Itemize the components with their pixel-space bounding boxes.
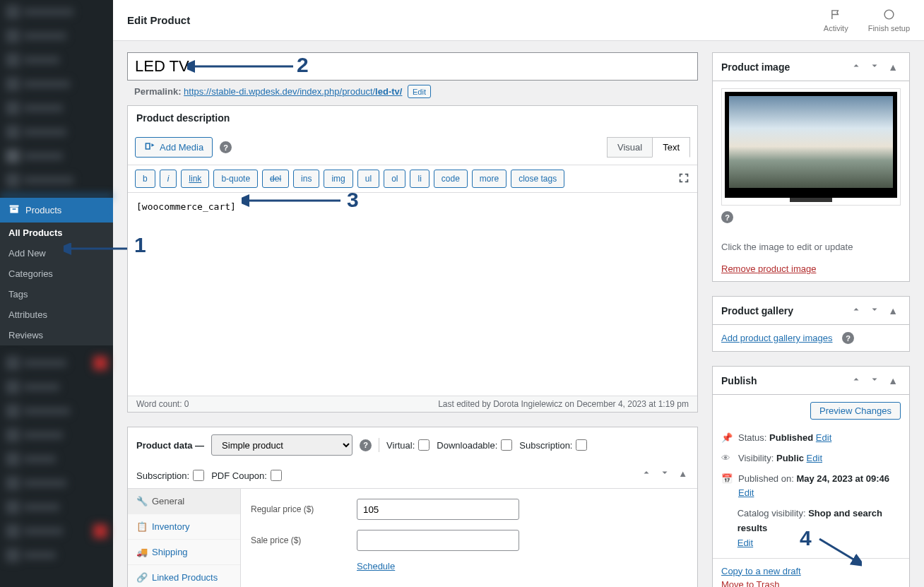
toolbar-activity[interactable]: Activity (824, 8, 848, 32)
qt-ins[interactable]: ins (293, 170, 319, 188)
qt-ol[interactable]: ol (384, 170, 405, 188)
chevron-up-icon[interactable] (848, 303, 864, 318)
status-edit-link[interactable]: Edit (816, 432, 831, 443)
qt-close[interactable]: close tags (511, 170, 564, 188)
arrow-4 (816, 535, 862, 567)
link-icon: 🔗 (136, 572, 146, 583)
published-edit-link[interactable]: Edit (738, 487, 754, 498)
pd-tab-shipping[interactable]: 🚚Shipping (128, 540, 240, 565)
triangle-up-icon[interactable]: ▲ (885, 304, 901, 318)
qt-more[interactable]: more (472, 170, 507, 188)
word-count: Word count: 0 (136, 399, 189, 409)
fullscreen-icon[interactable] (677, 172, 690, 186)
menu-item-products[interactable]: Products (0, 198, 113, 223)
downloadable-checkbox[interactable] (501, 439, 512, 451)
triangle-up-icon[interactable]: ▲ (885, 60, 901, 74)
submenu-tags[interactable]: Tags (0, 284, 113, 304)
annotation-4: 4 (800, 526, 812, 550)
triangle-up-icon[interactable]: ▲ (885, 374, 901, 388)
admin-sidebar: Products All Products Add New Categories… (0, 0, 113, 587)
qt-del[interactable]: del (262, 170, 289, 188)
catalog-edit-link[interactable]: Edit (738, 538, 753, 548)
qt-i[interactable]: i (160, 170, 177, 188)
product-data-title: Product data — (136, 440, 204, 451)
subscription-checkbox[interactable] (576, 439, 587, 451)
permalink-edit-button[interactable]: Edit (408, 85, 431, 98)
add-media-button[interactable]: Add Media (135, 137, 213, 158)
help-icon[interactable]: ? (721, 211, 733, 223)
flag-icon (824, 8, 848, 24)
arrow-1 (64, 243, 131, 257)
qt-ul[interactable]: ul (357, 170, 379, 188)
circle-icon (868, 8, 910, 24)
tab-visual[interactable]: Visual (607, 137, 653, 158)
wrench-icon: 🔧 (136, 496, 146, 506)
page-title: Edit Product (127, 14, 190, 26)
preview-changes-button[interactable]: Preview Changes (810, 402, 901, 420)
pd-tab-linked[interactable]: 🔗Linked Products (128, 565, 240, 587)
qt-img[interactable]: img (324, 170, 353, 188)
qt-b[interactable]: b (135, 170, 155, 188)
media-icon (144, 141, 155, 154)
arrow-3 (242, 194, 344, 208)
arrow-2 (187, 60, 297, 74)
sidebar-blur-bottom (0, 351, 113, 567)
truck-icon: 🚚 (136, 547, 146, 557)
virtual-checkbox[interactable] (418, 439, 430, 451)
regular-price-label: Regular price ($) (251, 504, 343, 514)
svg-line-4 (819, 539, 855, 560)
product-data-tabs: 🔧General 📋Inventory 🚚Shipping 🔗Linked Pr… (128, 489, 241, 587)
add-gallery-images-link[interactable]: Add product gallery images (721, 333, 833, 343)
annotation-3: 3 (347, 188, 359, 212)
submenu-attributes[interactable]: Attributes (0, 304, 113, 325)
permalink-link[interactable]: https://stable-di.wpdesk.dev/index.php/p… (184, 86, 402, 97)
move-to-trash-link[interactable]: Move to Trash (721, 579, 901, 587)
qt-li[interactable]: li (410, 170, 429, 188)
description-panel: Product description Add Media ? Visual (127, 105, 698, 413)
publish-panel: Publish ▲ Preview Changes 📌Status: Publi… (712, 366, 910, 587)
pdf-coupon-checkbox[interactable] (271, 470, 282, 481)
chevron-down-icon[interactable] (867, 373, 882, 388)
description-panel-head: Product description (128, 106, 697, 130)
product-type-select[interactable]: Simple product (211, 434, 353, 456)
chevron-down-icon[interactable] (867, 59, 882, 74)
help-icon[interactable]: ? (360, 439, 372, 451)
sidebar-blur-top (0, 0, 113, 198)
triangle-up-icon[interactable]: ▲ (675, 467, 690, 480)
schedule-link[interactable]: Schedule (357, 561, 395, 571)
product-image-thumbnail[interactable] (721, 88, 901, 206)
submenu-reviews[interactable]: Reviews (0, 325, 113, 345)
annotation-1: 1 (134, 233, 146, 257)
sale-price-input[interactable] (357, 530, 519, 551)
help-icon[interactable]: ? (220, 141, 232, 153)
toolbar-finish-setup[interactable]: Finish setup (868, 8, 910, 32)
remove-product-image-link[interactable]: Remove product image (721, 263, 816, 274)
chevron-up-icon[interactable] (848, 373, 864, 388)
pd-tab-inventory[interactable]: 📋Inventory (128, 514, 240, 540)
product-image-panel: Product image ▲ ? Click th (712, 52, 910, 282)
eye-icon: 👁 (721, 451, 733, 466)
visibility-edit-link[interactable]: Edit (807, 453, 822, 463)
qt-link[interactable]: link (181, 170, 209, 188)
chevron-up-icon[interactable] (639, 466, 654, 481)
chevron-down-icon[interactable] (657, 466, 673, 481)
regular-price-input[interactable] (357, 499, 519, 520)
chevron-up-icon[interactable] (848, 59, 864, 74)
sale-price-label: Sale price ($) (251, 535, 343, 545)
top-toolbar: Edit Product Activity Finish setup (113, 0, 924, 41)
pd-tab-general[interactable]: 🔧General (128, 489, 240, 514)
qt-bquote[interactable]: b-quote (213, 170, 258, 188)
product-image-hint: Click the image to edit or update (721, 242, 901, 252)
copy-draft-link[interactable]: Copy to a new draft (721, 566, 901, 576)
submenu-categories[interactable]: Categories (0, 263, 113, 284)
submenu-all-products[interactable]: All Products (0, 223, 113, 243)
quicktags-toolbar: b i link b-quote del ins img ul ol li co… (128, 165, 697, 193)
tab-text[interactable]: Text (652, 137, 690, 158)
product-data-panel: Product data — Simple product ? Virtual:… (127, 427, 698, 587)
description-textarea[interactable]: [woocommerce_cart] (128, 193, 697, 393)
products-submenu: All Products Add New Categories Tags Att… (0, 223, 113, 345)
chevron-down-icon[interactable] (867, 303, 882, 318)
subscription2-checkbox[interactable] (193, 470, 204, 481)
qt-code[interactable]: code (434, 170, 468, 188)
help-icon[interactable]: ? (842, 332, 854, 344)
